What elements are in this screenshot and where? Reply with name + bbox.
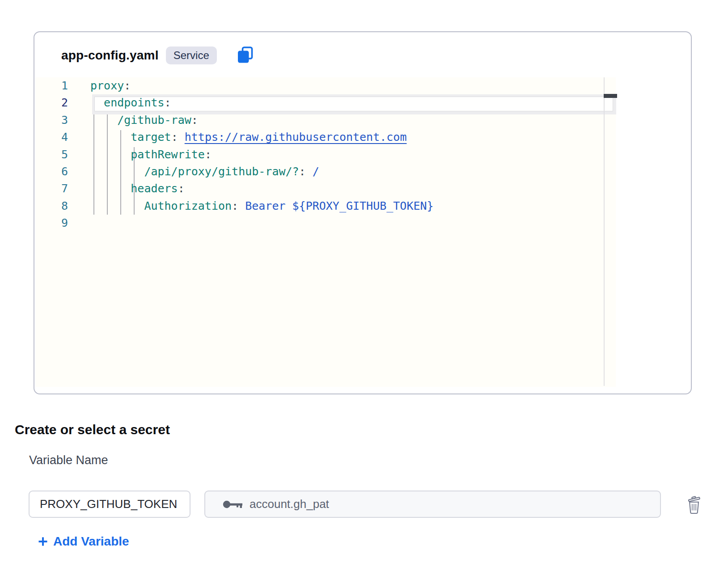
line-number: 5 (39, 146, 68, 163)
secret-select-value: account.gh_pat (250, 497, 329, 511)
code-token: Authorization (90, 199, 232, 212)
line-number: 9 (39, 215, 68, 232)
code-token: /api/proxy/github-raw/? (90, 165, 299, 178)
line-number: 1 (39, 77, 68, 94)
variable-name-input[interactable] (29, 491, 190, 518)
code-token: headers (90, 182, 178, 195)
code-token: endpoints (90, 96, 165, 109)
code-line: target: https://raw.githubusercontent.co… (90, 129, 434, 146)
add-variable-button[interactable]: Add Variable (38, 534, 129, 549)
code-token: proxy (90, 79, 124, 92)
key-icon (223, 499, 243, 509)
page: app-config.yaml Service 123456789 proxy:… (0, 0, 728, 567)
trash-icon (686, 495, 703, 516)
code-line: pathRewrite: (90, 146, 434, 163)
code-line: Authorization: Bearer ${PROXY_GITHUB_TOK… (90, 198, 434, 215)
code-token: : (191, 114, 198, 127)
code-line: /github-raw: (90, 112, 434, 129)
code-card: app-config.yaml Service 123456789 proxy:… (34, 31, 692, 394)
line-number: 2 (39, 94, 68, 111)
code-line: /api/proxy/github-raw/?: / (90, 163, 434, 180)
service-badge: Service (166, 47, 217, 64)
editor-scroll-thumb[interactable] (604, 94, 617, 98)
code-token: : (171, 131, 185, 144)
add-variable-label: Add Variable (53, 534, 129, 549)
code-token: : (124, 79, 131, 92)
plus-icon (38, 536, 48, 547)
code-token: pathRewrite (90, 148, 205, 161)
code-token: : (178, 182, 185, 195)
file-title: app-config.yaml (61, 48, 159, 63)
code-token: Bearer ${PROXY_GITHUB_TOKEN} (245, 199, 433, 212)
line-number: 6 (39, 163, 68, 180)
code-link[interactable]: https://raw.githubusercontent.com (185, 131, 407, 144)
secret-select[interactable]: account.gh_pat (204, 491, 661, 518)
delete-variable-button[interactable] (682, 494, 706, 517)
variable-name-label: Variable Name (29, 453, 108, 467)
line-number: 7 (39, 180, 68, 197)
code-line: headers: (90, 180, 434, 197)
code-token: /github-raw (90, 114, 191, 127)
copy-button[interactable] (237, 46, 254, 65)
line-number: 4 (39, 129, 68, 146)
code-card-header: app-config.yaml Service (61, 46, 254, 65)
code-token: / (313, 165, 319, 178)
code-token: target (90, 131, 171, 144)
code-line: endpoints: (90, 94, 434, 111)
code-line: proxy: (90, 77, 434, 94)
line-number: 8 (39, 198, 68, 215)
code-token: : (165, 96, 171, 109)
editor-gutter: 123456789 (39, 77, 68, 232)
code-line (90, 215, 434, 232)
yaml-editor[interactable]: proxy: endpoints: /github-raw: target: h… (90, 77, 434, 232)
code-token: : (299, 165, 313, 178)
code-token: : (232, 199, 245, 212)
section-heading: Create or select a secret (15, 422, 170, 437)
editor-scrollbar-divider (604, 77, 605, 386)
copy-icon (237, 46, 254, 65)
line-number: 3 (39, 112, 68, 129)
code-token: : (205, 148, 212, 161)
